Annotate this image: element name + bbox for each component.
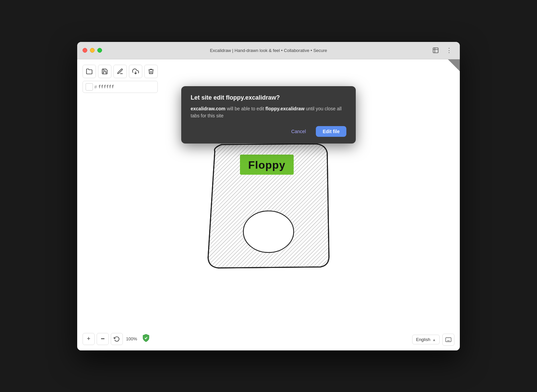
titlebar-actions: ⋮ xyxy=(430,45,454,56)
export-button[interactable] xyxy=(113,65,127,78)
dialog-title: Let site edit floppy.excalidraw? xyxy=(191,94,346,101)
file-name: floppy.excalidraw xyxy=(265,106,304,111)
dialog-buttons: Cancel Edit file xyxy=(191,126,346,137)
traffic-lights xyxy=(83,48,102,53)
close-button[interactable] xyxy=(83,48,87,53)
export2-button[interactable] xyxy=(129,65,142,78)
app-content: # Floppy xyxy=(77,59,460,350)
window-title: Excalidraw | Hand-drawn look & feel • Co… xyxy=(210,48,327,53)
maximize-button[interactable] xyxy=(97,48,102,53)
extensions-button[interactable] xyxy=(430,45,441,56)
bottom-toolbar: + − 100% xyxy=(83,333,150,345)
zoom-level: 100% xyxy=(125,336,138,341)
color-input[interactable] xyxy=(98,84,122,89)
dialog-body: excalidraw.com will be able to edit flop… xyxy=(191,105,346,119)
hash-symbol: # xyxy=(94,84,97,90)
delete-button[interactable] xyxy=(144,65,158,78)
permission-dialog[interactable]: Let site edit floppy.excalidraw? excalid… xyxy=(181,86,356,144)
cancel-button[interactable]: Cancel xyxy=(285,126,313,137)
menu-button[interactable]: ⋮ xyxy=(444,45,454,56)
minimize-button[interactable] xyxy=(90,48,95,53)
color-swatch[interactable] xyxy=(86,83,93,91)
svg-point-2 xyxy=(243,211,294,253)
svg-rect-5 xyxy=(446,338,451,342)
mac-window: Excalidraw | Hand-drawn look & feel • Co… xyxy=(77,42,460,350)
titlebar: Excalidraw | Hand-drawn look & feel • Co… xyxy=(77,42,460,59)
language-selector[interactable]: English ▲ xyxy=(412,335,440,344)
keyboard-button[interactable] xyxy=(442,334,454,346)
language-selector-container: English ▲ xyxy=(412,334,454,346)
edit-file-button[interactable]: Edit file xyxy=(316,126,346,137)
language-label: English xyxy=(416,337,430,342)
chevron-up-icon: ▲ xyxy=(432,338,436,342)
toolbar-row-1 xyxy=(83,65,158,78)
zoom-in-button[interactable]: + xyxy=(83,333,95,345)
zoom-out-button[interactable]: − xyxy=(97,333,109,345)
site-name: excalidraw.com xyxy=(191,106,226,111)
save-button[interactable] xyxy=(98,65,111,78)
shield-icon xyxy=(142,334,150,344)
toolbar: # xyxy=(83,65,158,93)
color-input-row: # xyxy=(83,81,158,93)
floppy-drawing: Floppy xyxy=(195,134,342,275)
zoom-reset-button[interactable] xyxy=(111,333,123,345)
open-button[interactable] xyxy=(83,65,96,78)
svg-text:Floppy: Floppy xyxy=(248,159,286,171)
